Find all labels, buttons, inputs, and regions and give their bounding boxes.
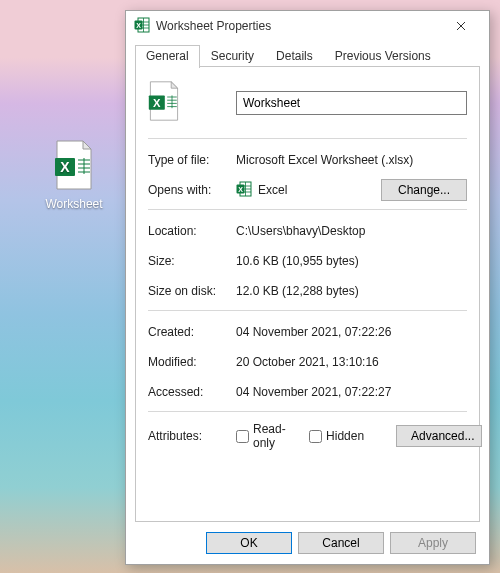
- tab-previous-versions[interactable]: Previous Versions: [324, 45, 442, 67]
- desktop-file-label: Worksheet: [45, 197, 102, 211]
- tab-security[interactable]: Security: [200, 45, 265, 67]
- label-size-on-disk: Size on disk:: [148, 284, 236, 298]
- label-location: Location:: [148, 224, 236, 238]
- value-opens-with: Excel: [258, 183, 287, 197]
- ok-button[interactable]: OK: [206, 532, 292, 554]
- checkbox-read-only[interactable]: Read-only: [236, 422, 293, 450]
- label-type-of-file: Type of file:: [148, 153, 236, 167]
- properties-dialog: Worksheet Properties General Security De…: [125, 10, 490, 565]
- desktop-file-icon[interactable]: Worksheet: [44, 140, 104, 211]
- opens-with-app-icon: [236, 181, 252, 200]
- label-accessed: Accessed:: [148, 385, 236, 399]
- advanced-button[interactable]: Advanced...: [396, 425, 482, 447]
- change-button[interactable]: Change...: [381, 179, 467, 201]
- titlebar-app-icon: [134, 17, 150, 36]
- dialog-footer: OK Cancel Apply: [135, 522, 480, 556]
- value-modified: 20 October 2021, 13:10:16: [236, 355, 467, 369]
- close-icon: [456, 21, 466, 31]
- value-size: 10.6 KB (10,955 bytes): [236, 254, 467, 268]
- divider: [148, 209, 467, 210]
- checkbox-hidden-label: Hidden: [326, 429, 364, 443]
- dialog-title: Worksheet Properties: [156, 19, 441, 33]
- value-type-of-file: Microsoft Excel Worksheet (.xlsx): [236, 153, 467, 167]
- tab-panel-general: Type of file: Microsoft Excel Worksheet …: [135, 67, 480, 522]
- label-created: Created:: [148, 325, 236, 339]
- tab-general[interactable]: General: [135, 45, 200, 68]
- value-location: C:\Users\bhavy\Desktop: [236, 224, 467, 238]
- tab-details[interactable]: Details: [265, 45, 324, 67]
- divider: [148, 411, 467, 412]
- checkbox-read-only-label: Read-only: [253, 422, 293, 450]
- excel-file-icon: [54, 140, 94, 193]
- divider: [148, 138, 467, 139]
- label-size: Size:: [148, 254, 236, 268]
- titlebar[interactable]: Worksheet Properties: [126, 11, 489, 41]
- checkbox-hidden-input[interactable]: [309, 430, 322, 443]
- label-modified: Modified:: [148, 355, 236, 369]
- filename-input[interactable]: [236, 91, 467, 115]
- checkbox-hidden[interactable]: Hidden: [309, 429, 364, 443]
- close-button[interactable]: [441, 14, 481, 38]
- file-type-icon: [148, 81, 180, 124]
- checkbox-read-only-input[interactable]: [236, 430, 249, 443]
- label-attributes: Attributes:: [148, 429, 236, 443]
- label-opens-with: Opens with:: [148, 183, 236, 197]
- value-created: 04 November 2021, 07:22:26: [236, 325, 467, 339]
- cancel-button[interactable]: Cancel: [298, 532, 384, 554]
- value-accessed: 04 November 2021, 07:22:27: [236, 385, 467, 399]
- apply-button[interactable]: Apply: [390, 532, 476, 554]
- divider: [148, 310, 467, 311]
- value-size-on-disk: 12.0 KB (12,288 bytes): [236, 284, 467, 298]
- tab-bar: General Security Details Previous Versio…: [135, 45, 480, 67]
